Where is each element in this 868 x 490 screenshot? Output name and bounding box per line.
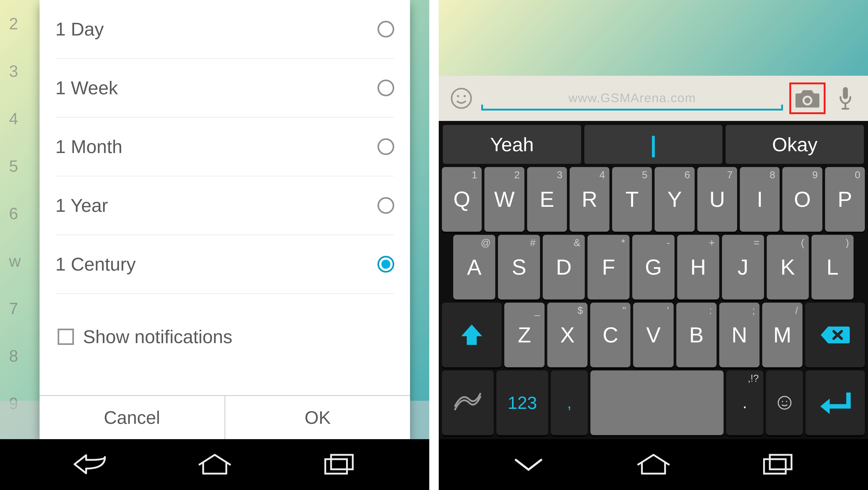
key-y[interactable]: 6Y — [655, 167, 694, 232]
key-r[interactable]: 4R — [569, 167, 610, 232]
mute-options-list: 1 Day 1 Week 1 Month 1 Year 1 Century — [39, 0, 410, 395]
keyboard-down-icon[interactable] — [510, 451, 547, 479]
option-1-day[interactable]: 1 Day — [55, 0, 394, 59]
placeholder-text: www.GSMArena.com — [481, 90, 783, 105]
svg-point-2 — [452, 89, 471, 108]
radio-icon — [377, 197, 394, 214]
checkbox-icon — [58, 329, 74, 345]
android-nav-bar — [439, 439, 868, 490]
radio-icon — [377, 138, 394, 155]
key-w[interactable]: 2W — [485, 167, 524, 232]
home-icon[interactable] — [636, 451, 672, 479]
svg-rect-12 — [770, 455, 792, 469]
cancel-button[interactable]: Cancel — [39, 396, 224, 439]
option-label: 1 Month — [55, 136, 122, 157]
spacebar-key[interactable] — [590, 370, 723, 435]
recents-icon[interactable] — [322, 451, 358, 479]
key-z[interactable]: _Z — [504, 303, 545, 367]
swiftkey-logo-key[interactable] — [442, 370, 494, 435]
svg-rect-11 — [764, 459, 786, 473]
key-m[interactable]: /M — [762, 303, 802, 367]
emoji-key[interactable] — [766, 370, 803, 435]
back-icon[interactable] — [72, 451, 108, 479]
svg-rect-0 — [325, 459, 347, 473]
key-u[interactable]: 7U — [698, 167, 737, 232]
mic-icon[interactable] — [832, 85, 859, 112]
svg-point-10 — [786, 401, 787, 402]
key-x[interactable]: $X — [547, 303, 587, 367]
dialog-button-bar: Cancel OK — [39, 395, 410, 439]
screenshot-right: www.GSMArena.com Yeah | — [439, 0, 868, 490]
option-label: 1 Week — [55, 77, 118, 98]
option-label: 1 Century — [55, 253, 136, 275]
period-key[interactable]: ,!? . — [726, 370, 763, 435]
key-b[interactable]: :B — [676, 303, 717, 367]
input-underline — [481, 109, 783, 111]
svg-rect-1 — [331, 455, 352, 469]
backspace-key[interactable] — [805, 303, 865, 367]
mute-dialog: 1 Day 1 Week 1 Month 1 Year 1 Century — [39, 0, 410, 439]
svg-point-8 — [778, 396, 791, 409]
show-notifications-row[interactable]: Show notifications — [55, 310, 394, 364]
key-j[interactable]: =J — [722, 235, 764, 300]
svg-point-9 — [782, 401, 783, 402]
key-a[interactable]: @A — [453, 235, 495, 300]
radio-icon — [377, 21, 394, 37]
key-p[interactable]: 0P — [825, 167, 865, 232]
key-s[interactable]: #S — [498, 235, 540, 300]
option-1-week[interactable]: 1 Week — [55, 59, 394, 118]
key-l[interactable]: )L — [811, 235, 854, 300]
svg-point-3 — [457, 95, 459, 97]
home-icon[interactable] — [197, 451, 233, 479]
suggestion-bar: Yeah | Okay — [439, 121, 868, 164]
suggestion-right[interactable]: Okay — [725, 125, 864, 164]
enter-key[interactable] — [806, 370, 865, 435]
key-o[interactable]: 9O — [782, 167, 822, 232]
camera-icon-highlighted[interactable] — [789, 83, 826, 114]
key-row-3: _Z$X"C'V:B;N/M — [442, 303, 865, 367]
shift-key[interactable] — [442, 303, 502, 367]
key-q[interactable]: 1Q — [442, 167, 482, 232]
compose-bar: www.GSMArena.com — [439, 76, 868, 121]
key-c[interactable]: "C — [590, 303, 630, 367]
svg-rect-7 — [843, 87, 848, 99]
keyboard: Yeah | Okay 1Q2W3E4R5T6Y7U8I9O0P @A#S&D*… — [439, 121, 868, 439]
key-k[interactable]: (K — [767, 235, 809, 300]
key-v[interactable]: 'V — [633, 303, 673, 367]
android-nav-bar — [0, 439, 429, 490]
key-n[interactable]: ;N — [719, 303, 760, 367]
recents-icon[interactable] — [761, 451, 797, 479]
show-notifications-label: Show notifications — [83, 326, 232, 347]
screenshot-left: 2 3 4 5 6 w 7 8 9 1 'r 1 1 1 1 w 1 Day 1… — [0, 0, 429, 490]
svg-point-6 — [804, 97, 810, 103]
key-e[interactable]: 3E — [527, 167, 567, 232]
key-t[interactable]: 5T — [612, 167, 652, 232]
radio-icon — [377, 80, 394, 96]
key-row-1: 1Q2W3E4R5T6Y7U8I9O0P — [442, 167, 865, 232]
comma-key[interactable]: , — [551, 370, 588, 435]
option-label: 1 Day — [55, 19, 104, 40]
emoji-icon[interactable] — [448, 85, 475, 112]
key-h[interactable]: +H — [677, 235, 719, 300]
numbers-key[interactable]: 123 — [496, 370, 548, 435]
option-1-century[interactable]: 1 Century — [55, 235, 394, 294]
key-row-4: 123 , ,!? . — [442, 370, 865, 435]
key-d[interactable]: &D — [543, 235, 585, 300]
suggestion-caret[interactable]: | — [584, 125, 723, 164]
suggestion-left[interactable]: Yeah — [443, 125, 581, 164]
key-g[interactable]: -G — [632, 235, 674, 300]
radio-icon-selected — [377, 256, 394, 273]
message-input[interactable]: www.GSMArena.com — [481, 85, 783, 112]
ok-button[interactable]: OK — [224, 396, 410, 439]
key-row-2: @A#S&D*F-G+H=J(K)L — [442, 235, 865, 300]
key-f[interactable]: *F — [587, 235, 629, 300]
option-1-month[interactable]: 1 Month — [55, 118, 394, 176]
svg-point-4 — [464, 95, 466, 97]
option-1-year[interactable]: 1 Year — [55, 176, 394, 235]
key-i[interactable]: 8I — [740, 167, 780, 232]
option-label: 1 Year — [55, 195, 108, 216]
